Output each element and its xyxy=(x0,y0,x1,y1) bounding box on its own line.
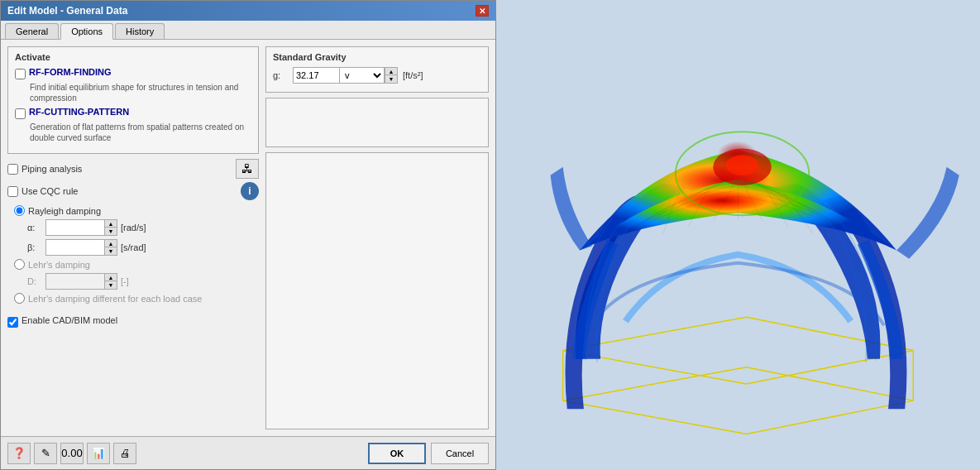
footer-right-buttons: OK Cancel xyxy=(368,443,489,464)
lehrs-each-radio-row: Lehr's damping different for each load c… xyxy=(14,293,259,304)
cad-bim-row: Enable CAD/BIM model xyxy=(7,315,259,328)
gravity-title: Standard Gravity xyxy=(273,52,481,62)
lehrs-each-radio[interactable] xyxy=(14,293,25,304)
alpha-up-btn[interactable]: ▲ xyxy=(105,220,117,228)
d-spinner-btns: ▲ ▼ xyxy=(104,274,117,289)
g-dropdown[interactable]: v xyxy=(339,67,385,84)
cutting-pattern-desc: Generation of flat patterns from spatial… xyxy=(30,122,251,143)
piping-checkbox[interactable] xyxy=(7,164,18,175)
g-unit: [ft/s²] xyxy=(403,70,423,80)
dialog-footer: ❓ ✎ 0.00 📊 🖨 OK Cancel xyxy=(1,436,495,469)
piping-row: Piping analysis 🖧 xyxy=(7,159,259,179)
rayleigh-label: Rayleigh damping xyxy=(28,206,101,216)
right-panel: Standard Gravity g: v ▲ ▼ xyxy=(265,46,489,429)
beta-input[interactable] xyxy=(46,240,104,255)
footer-print-button[interactable]: 🖨 xyxy=(113,443,136,464)
footer-left-buttons: ❓ ✎ 0.00 📊 🖨 xyxy=(7,443,136,464)
left-panel: Activate RF-FORM-FINDING Find initial eq… xyxy=(7,46,259,429)
tab-options[interactable]: Options xyxy=(60,23,113,40)
beta-down-btn[interactable]: ▼ xyxy=(105,247,117,255)
activate-section: Activate RF-FORM-FINDING Find initial eq… xyxy=(7,46,259,154)
dialog-body: Activate RF-FORM-FINDING Find initial eq… xyxy=(1,40,495,436)
spacer-box-1 xyxy=(265,98,489,147)
ok-button[interactable]: OK xyxy=(368,443,426,464)
cad-bim-label: Enable CAD/BIM model xyxy=(22,315,117,325)
piping-label: Piping analysis xyxy=(22,164,82,174)
alpha-spinner: ▲ ▼ xyxy=(45,219,117,236)
d-spinner: ▲ ▼ xyxy=(45,273,117,290)
cqc-label: Use CQC rule xyxy=(22,186,78,196)
beta-spinner-btns: ▲ ▼ xyxy=(104,240,117,255)
close-button[interactable]: ✕ xyxy=(476,5,489,17)
form-finding-checkbox[interactable] xyxy=(15,69,26,79)
tab-history[interactable]: History xyxy=(115,23,165,39)
activate-title: Activate xyxy=(15,52,251,62)
g-row: g: v ▲ ▼ [ft/s²] xyxy=(273,67,481,84)
beta-unit: [s/rad] xyxy=(121,242,146,252)
cad-bim-checkbox[interactable] xyxy=(7,317,18,328)
d-section: D: ▲ ▼ [-] xyxy=(27,273,259,290)
alpha-unit: [rad/s] xyxy=(121,223,146,233)
cqc-checkbox[interactable] xyxy=(7,186,18,197)
d-unit: [-] xyxy=(121,276,129,286)
gravity-group: Standard Gravity g: v ▲ ▼ xyxy=(265,46,489,93)
d-up-btn[interactable]: ▲ xyxy=(105,274,117,281)
d-input[interactable] xyxy=(46,274,104,289)
form-finding-row: RF-FORM-FINDING xyxy=(15,67,251,79)
g-input[interactable] xyxy=(294,68,339,83)
alpha-label: α: xyxy=(27,223,42,233)
d-label: D: xyxy=(27,276,42,286)
piping-cqc-section: Piping analysis 🖧 Use CQC rule i xyxy=(7,159,259,200)
g-label: g: xyxy=(273,70,288,80)
piping-icon-button[interactable]: 🖧 xyxy=(236,159,259,179)
rayleigh-radio-row: Rayleigh damping xyxy=(14,205,259,216)
lehrs-each-label: Lehr's damping different for each load c… xyxy=(28,294,202,304)
info-button[interactable]: i xyxy=(241,182,259,200)
g-up-btn[interactable]: ▲ xyxy=(385,68,397,75)
rayleigh-radio[interactable] xyxy=(14,205,25,216)
d-down-btn[interactable]: ▼ xyxy=(105,281,117,289)
cqc-row: Use CQC rule i xyxy=(7,182,259,200)
damping-section: Rayleigh damping α: ▲ ▼ xyxy=(14,205,259,305)
form-finding-desc: Find initial equilibrium shape for struc… xyxy=(30,82,251,103)
alpha-section: α: ▲ ▼ [rad/s] xyxy=(27,219,259,256)
alpha-spinner-btns: ▲ ▼ xyxy=(104,220,117,235)
tab-general[interactable]: General xyxy=(5,23,59,39)
alpha-down-btn[interactable]: ▼ xyxy=(105,228,117,235)
dialog-title: Edit Model - General Data xyxy=(7,5,127,17)
alpha-input[interactable] xyxy=(46,220,104,235)
g-spinner-btns: ▲ ▼ xyxy=(385,68,397,83)
g-spinner: v ▲ ▼ xyxy=(293,67,398,84)
d-row: D: ▲ ▼ [-] xyxy=(27,273,259,290)
edit-model-dialog: Edit Model - General Data ✕ General Opti… xyxy=(0,0,496,470)
tab-bar: General Options History xyxy=(1,21,495,40)
lehrs-label: Lehr's damping xyxy=(28,260,90,270)
title-bar: Edit Model - General Data ✕ xyxy=(1,1,495,21)
form-finding-label: RF-FORM-FINDING xyxy=(29,67,112,77)
cutting-pattern-label: RF-CUTTING-PATTERN xyxy=(29,107,129,117)
beta-label: β: xyxy=(27,242,42,252)
alpha-row: α: ▲ ▼ [rad/s] xyxy=(27,219,259,236)
footer-chart-button[interactable]: 📊 xyxy=(87,443,110,464)
beta-spinner: ▲ ▼ xyxy=(45,239,117,256)
footer-edit-button[interactable]: ✎ xyxy=(34,443,57,464)
spacer-box-2 xyxy=(265,152,489,429)
beta-row: β: ▲ ▼ [s/rad] xyxy=(27,239,259,256)
visualization-panel xyxy=(496,0,980,470)
beta-up-btn[interactable]: ▲ xyxy=(105,240,117,247)
lehrs-radio-row: Lehr's damping xyxy=(14,259,259,270)
g-down-btn[interactable]: ▼ xyxy=(385,75,397,83)
cutting-pattern-checkbox[interactable] xyxy=(15,108,26,119)
lehrs-radio[interactable] xyxy=(14,259,25,270)
footer-decimal-button[interactable]: 0.00 xyxy=(60,443,84,464)
cancel-button[interactable]: Cancel xyxy=(431,443,489,464)
svg-point-7 xyxy=(725,156,758,175)
footer-help-button[interactable]: ❓ xyxy=(7,443,31,464)
cutting-pattern-row: RF-CUTTING-PATTERN xyxy=(15,107,251,119)
